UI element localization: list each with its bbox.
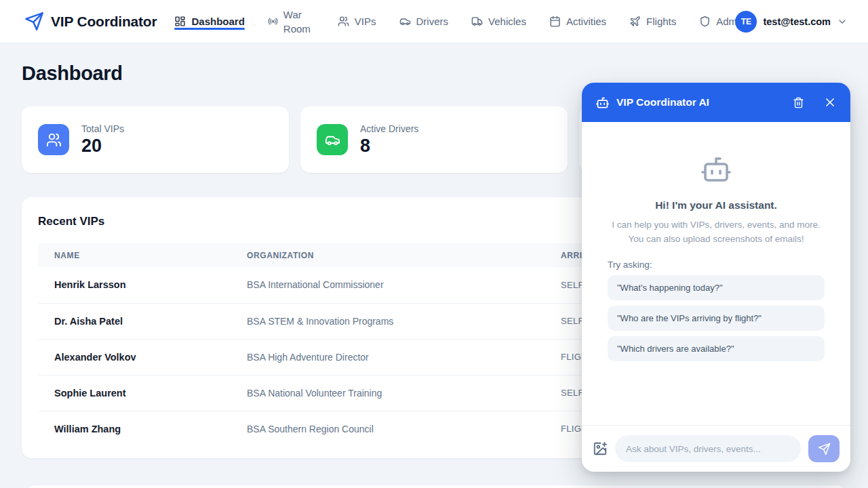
stat-value: 8 — [360, 136, 418, 157]
paper-plane-icon — [24, 12, 44, 31]
bot-icon — [700, 153, 732, 186]
suggestion-chip[interactable]: "Who are the VIPs arriving by flight?" — [608, 306, 825, 331]
vip-name: Alexander Volkov — [38, 339, 231, 375]
send-icon — [818, 443, 831, 455]
vip-name: Sophie Laurent — [38, 375, 231, 411]
image-upload-icon[interactable] — [593, 441, 608, 456]
chat-header: VIP Coordinator AI — [582, 83, 850, 122]
ai-chat-panel: VIP Coordinator AI Hi! I'm your AI assis… — [582, 83, 850, 472]
stat-card-active-drivers: Active Drivers 8 — [300, 106, 568, 173]
suggestion-chip[interactable]: "Which drivers are available?" — [608, 336, 825, 361]
nav-item-activities[interactable]: Activities — [549, 0, 606, 43]
account-menu[interactable]: TE test@test.com — [735, 0, 848, 43]
car-icon — [399, 16, 411, 27]
bot-icon — [595, 96, 610, 110]
chevron-down-icon — [837, 16, 848, 27]
chat-input-bar — [582, 425, 850, 472]
dashboard-grid-icon — [174, 16, 186, 27]
send-button[interactable] — [808, 435, 840, 462]
chat-empty-state: Hi! I'm your AI assistant. I can help yo… — [582, 122, 850, 425]
calendar-icon — [549, 16, 561, 27]
shield-icon — [699, 16, 711, 27]
main-nav: Dashboard War Room VIPs Drivers Vehicles — [174, 0, 745, 43]
account-email: test@test.com — [763, 16, 831, 27]
stat-label: Total VIPs — [81, 123, 124, 134]
try-asking-label: Try asking: — [608, 260, 652, 270]
vip-organization: BSA High Adventure Director — [231, 339, 545, 375]
users-icon — [338, 16, 349, 27]
avatar: TE — [735, 11, 757, 33]
column-header-organization: ORGANIZATION — [231, 243, 545, 267]
vip-name: Henrik Larsson — [38, 267, 231, 303]
brand[interactable]: VIP Coordinator — [24, 12, 157, 31]
users-icon — [38, 124, 69, 155]
nav-item-war-room[interactable]: War Room — [268, 0, 315, 43]
close-icon[interactable] — [823, 96, 837, 109]
stat-label: Active Drivers — [360, 123, 418, 134]
top-nav: VIP Coordinator Dashboard War Room VIPs … — [0, 0, 868, 43]
column-header-name: NAME — [38, 243, 231, 267]
nav-item-dashboard[interactable]: Dashboard — [174, 0, 244, 43]
stat-value: 20 — [81, 136, 124, 157]
nav-item-flights[interactable]: Flights — [629, 0, 676, 43]
vip-name: William Zhang — [38, 411, 231, 447]
vip-organization: BSA International Commissioner — [231, 267, 545, 303]
chat-title: VIP Coordinator AI — [616, 96, 786, 108]
truck-icon — [471, 16, 483, 27]
chat-greeting: Hi! I'm your AI assistant. — [655, 199, 777, 211]
nav-item-vehicles[interactable]: Vehicles — [471, 0, 526, 43]
trash-icon[interactable] — [793, 97, 804, 108]
vip-organization: BSA STEM & Innovation Programs — [231, 303, 545, 339]
plane-icon — [629, 16, 641, 27]
radio-icon — [268, 16, 278, 26]
page-title: Dashboard — [22, 62, 846, 84]
chat-description: I can help you with VIPs, drivers, event… — [612, 218, 821, 246]
nav-item-vips[interactable]: VIPs — [338, 0, 376, 43]
brand-title: VIP Coordinator — [51, 14, 157, 30]
vip-organization: BSA National Volunteer Training — [231, 375, 545, 411]
car-icon — [317, 124, 348, 155]
chat-message-input[interactable] — [615, 435, 801, 462]
next-section-card — [26, 485, 846, 488]
nav-item-drivers[interactable]: Drivers — [399, 0, 449, 43]
vip-name: Dr. Aisha Patel — [38, 303, 231, 339]
suggestion-chip[interactable]: "What's happening today?" — [608, 275, 825, 300]
vip-organization: BSA Southern Region Council — [231, 411, 545, 447]
stat-card-total-vips: Total VIPs 20 — [22, 106, 289, 173]
